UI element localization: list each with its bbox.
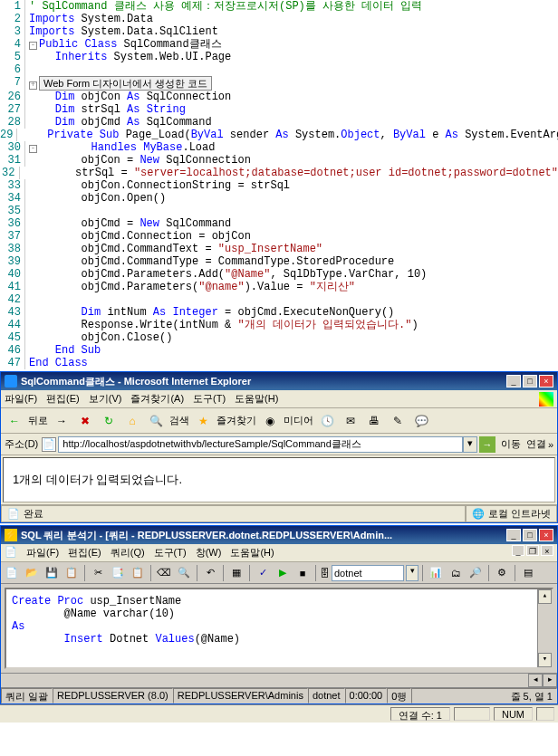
home-button[interactable]: ⌂ [122, 411, 142, 431]
code-content[interactable]: ' SqlCommand 클래스 사용 예제：저장프로시저(SP)를 사용한 데… [25, 0, 422, 13]
media-button[interactable]: ◉ [260, 411, 280, 431]
code-content[interactable]: objCon.Close() [25, 331, 172, 344]
menu-item[interactable]: 즐겨찾기(A) [130, 392, 184, 406]
code-content[interactable]: Response.Write(intNum & "개의 데이터가 입력되었습니다… [25, 319, 418, 331]
current-conn-button[interactable]: ⚙ [493, 564, 511, 582]
status-zone: 🌐 로컬 인트라넷 [466, 505, 557, 522]
system-menu-icon[interactable]: 📄 [5, 546, 17, 560]
menu-item[interactable]: 도구(T) [193, 392, 226, 406]
execute-button[interactable]: ▶ [274, 564, 292, 582]
favorites-button[interactable]: ★ [193, 411, 213, 431]
code-content[interactable]: objCmd.Parameters.Add("@Name", SqlDbType… [25, 268, 427, 281]
cut-button[interactable]: ✂ [89, 564, 107, 582]
code-content[interactable]: objCon.Open() [25, 192, 166, 205]
menu-item[interactable]: 파일(F) [5, 392, 37, 406]
code-content[interactable] [25, 293, 35, 306]
forward-button[interactable]: → [52, 411, 72, 431]
go-button[interactable]: → [479, 436, 495, 453]
mail-button[interactable]: ✉ [341, 411, 361, 431]
insert-template-button[interactable]: 📋 [63, 564, 81, 582]
open-button[interactable]: 📂 [23, 564, 41, 582]
code-content[interactable] [25, 205, 35, 217]
save-button[interactable]: 💾 [43, 564, 61, 582]
line-number: 7 [0, 76, 25, 91]
stop-button[interactable]: ✖ [75, 411, 95, 431]
object-search-button[interactable]: 🔎 [467, 564, 485, 582]
new-query-button[interactable]: 📄 [3, 564, 21, 582]
qa-close-button[interactable]: × [539, 529, 553, 541]
scrollbar[interactable]: ▴ ▾ [537, 589, 552, 667]
db-icon: 🗄 [320, 568, 330, 579]
discuss-button[interactable]: 💬 [411, 411, 431, 431]
code-content[interactable]: +Web Form 디자이너에서 생성한 코드 [25, 76, 212, 91]
code-content[interactable] [25, 63, 35, 76]
undo-button[interactable]: ↶ [201, 564, 219, 582]
search-button[interactable]: 🔍 [146, 411, 166, 431]
menu-item[interactable]: 도움말(H) [235, 392, 278, 406]
collapsed-region[interactable]: Web Form 디자이너에서 생성한 코드 [39, 76, 212, 91]
cancel-exec-button[interactable]: ■ [293, 564, 312, 582]
line-number: 40 [0, 268, 25, 281]
qa-child-minimize[interactable]: _ [512, 545, 524, 556]
maximize-button[interactable]: □ [523, 375, 537, 388]
code-content[interactable]: objCon.ConnectionString = strSql [25, 179, 290, 192]
menu-item[interactable]: 창(W) [196, 546, 222, 560]
menu-item[interactable]: 보기(V) [89, 392, 122, 406]
qa-child-restore[interactable]: ❐ [526, 545, 539, 556]
print-button[interactable]: 🖶 [364, 411, 384, 431]
history-button[interactable]: 🕓 [317, 411, 337, 431]
code-content[interactable]: Dim strSql As String [25, 103, 186, 116]
line-number: 2 [0, 13, 25, 25]
results-button[interactable]: ▤ [519, 564, 537, 582]
qa-child-close[interactable]: × [541, 545, 553, 556]
menu-item[interactable]: 도움말(H) [230, 546, 274, 560]
code-content[interactable]: objCmd.Connection = objCon [25, 230, 251, 243]
paste-button[interactable]: 📋 [129, 564, 147, 582]
menu-item[interactable]: 도구(T) [154, 546, 187, 560]
qa-minimize-button[interactable]: _ [506, 529, 521, 541]
address-input[interactable] [58, 436, 463, 453]
menu-item[interactable]: 쿼리(Q) [111, 546, 145, 560]
code-content[interactable]: strSql = "server=localhost;database=dotn… [20, 167, 559, 179]
minimize-button[interactable]: _ [506, 375, 521, 388]
collapse-icon[interactable]: - [29, 145, 37, 153]
parse-button[interactable]: ✓ [254, 564, 272, 582]
status-db: dotnet [308, 688, 345, 703]
code-content[interactable]: Dim objCon As SqlConnection [25, 91, 231, 103]
code-content[interactable]: Imports System.Data.SqlClient [25, 25, 218, 38]
menu-item[interactable]: 파일(F) [26, 546, 59, 560]
estimated-plan-button[interactable]: 📊 [427, 564, 445, 582]
close-button[interactable]: × [539, 375, 553, 388]
edit-button[interactable]: ✎ [388, 411, 408, 431]
back-button[interactable]: ← [5, 411, 24, 431]
code-content[interactable]: Inherits System.Web.UI.Page [25, 51, 231, 63]
code-content[interactable]: Dim objCmd As SqlCommand [25, 116, 212, 129]
code-content[interactable]: objCmd.CommandType = CommandType.StoredP… [25, 255, 394, 268]
expand-icon[interactable]: + [29, 81, 37, 90]
clear-button[interactable]: ⌫ [155, 564, 173, 582]
menu-item[interactable]: 편집(E) [46, 392, 80, 406]
code-content[interactable]: End Class [25, 357, 88, 369]
code-content[interactable]: objCmd.CommandText = "usp_InsertName" [25, 243, 322, 255]
copy-button[interactable]: 📑 [109, 564, 127, 582]
code-content[interactable]: objCmd.Parameters("@name").Value = "지리산" [25, 281, 355, 293]
sql-editor[interactable]: Create Proc usp_InsertName @Name varchar… [5, 588, 553, 669]
code-content[interactable]: objCmd = New SqlCommand [25, 217, 231, 230]
collapse-icon[interactable]: - [29, 42, 37, 50]
execute-mode-button[interactable]: ▦ [227, 564, 245, 582]
find-button[interactable]: 🔍 [175, 564, 193, 582]
qa-maximize-button[interactable]: □ [523, 529, 537, 541]
database-select[interactable] [332, 565, 404, 581]
refresh-button[interactable]: ↻ [99, 411, 119, 431]
code-content[interactable]: End Sub [25, 344, 101, 357]
links-label[interactable]: 연결 [526, 437, 546, 451]
code-content[interactable]: Imports System.Data [25, 13, 153, 25]
menu-item[interactable]: 편집(E) [68, 546, 101, 560]
object-browser-button[interactable]: 🗂 [447, 564, 465, 582]
code-content[interactable]: - Handles MyBase.Load [25, 141, 215, 154]
address-label: 주소(D) [5, 437, 38, 451]
code-content[interactable]: objCon = New SqlConnection [25, 154, 251, 167]
code-content[interactable]: Private Sub Page_Load(ByVal sender As Sy… [17, 129, 558, 141]
code-content[interactable]: Dim intNum As Integer = objCmd.ExecuteNo… [25, 306, 394, 319]
code-content[interactable]: -Public Class SqlCommand클래스 [25, 38, 222, 51]
